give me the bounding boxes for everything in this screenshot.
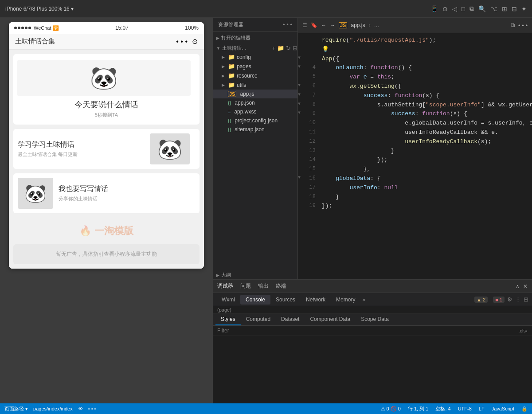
wechat-label: WeChat 🛜 bbox=[34, 25, 59, 31]
devtools-tab-sources[interactable]: Sources bbox=[270, 295, 301, 305]
forward-icon[interactable]: → bbox=[330, 22, 335, 28]
devtools-menu-debugger[interactable]: 调试器 bbox=[217, 282, 233, 290]
line-num-4: 4 bbox=[304, 63, 322, 72]
devtools-subtab-componentdata[interactable]: Component Data bbox=[305, 314, 356, 325]
line-content-5: var e = this; bbox=[322, 73, 532, 82]
devtools-tab-wxml[interactable]: Wxml bbox=[216, 295, 240, 305]
devtools-tab-console[interactable]: Console bbox=[240, 295, 270, 305]
explorer-header-icons[interactable]: • • • bbox=[283, 21, 292, 28]
phone-status-bar: WeChat 🛜 15:07 100% bbox=[9, 22, 204, 34]
devtools-options-icon[interactable]: ⋮ bbox=[515, 296, 521, 303]
phone-icon[interactable]: 📱 bbox=[430, 5, 438, 12]
status-spaces[interactable]: 空格: 4 bbox=[435, 406, 450, 412]
filter-cls-button[interactable]: .cls bbox=[519, 328, 526, 333]
line-content-11: userInfoReadyCallback && e. bbox=[322, 128, 532, 137]
add-folder-icon[interactable]: 📁 bbox=[277, 45, 284, 51]
card3-sub: 分享你的土味情话 bbox=[59, 195, 195, 202]
collapse-all-icon[interactable]: ⊟ bbox=[293, 45, 297, 51]
devtools-subtab-dataset[interactable]: Dataset bbox=[276, 314, 305, 325]
devtools-more-tabs[interactable]: » bbox=[362, 297, 365, 303]
devtools-sub-tabs: Styles Computed Dataset Component Data S… bbox=[213, 314, 532, 326]
projectconfig-icon: {} bbox=[228, 118, 231, 123]
devtools-dock-icon[interactable]: ⊟ bbox=[524, 296, 528, 303]
more-icon[interactable]: • • • bbox=[518, 22, 528, 29]
filter-right-arrow: › bbox=[526, 328, 528, 334]
breadcrumb-dots: … bbox=[374, 22, 379, 28]
devtools-settings-icon[interactable]: ⚙ bbox=[507, 296, 512, 303]
code-line-19: 19 }); bbox=[298, 202, 532, 211]
status-ellipsis[interactable]: • • • bbox=[88, 406, 96, 411]
resource-arrow: ▶ bbox=[222, 74, 226, 78]
appjs-icon: JS bbox=[228, 91, 236, 97]
line-arrow-9: ▼ bbox=[298, 109, 304, 117]
split-icon[interactable]: ⧉ bbox=[511, 22, 515, 29]
file-explorer: 资源管理器 • • • ▶ 打开的编辑器 ▼ 土味情话… + 📁 ↻ ⊟ bbox=[213, 18, 298, 279]
config-folder-icon: 📁 bbox=[228, 54, 235, 60]
hamburger-icon[interactable]: ☰ bbox=[302, 22, 307, 28]
utils-arrow: ▶ bbox=[222, 83, 226, 87]
bookmark-icon[interactable]: 🔖 bbox=[311, 22, 317, 28]
code-line-16: ▼ 16 globalData: { bbox=[298, 174, 532, 184]
page-path-value: pages/index/index bbox=[33, 406, 73, 411]
ad-text: 暂无广告，具体指引查看小程序流量主功能 bbox=[56, 251, 157, 257]
pages-label: pages bbox=[237, 63, 251, 70]
code-line-4: ▼ 4 onLaunch: function() { bbox=[298, 63, 532, 73]
devtools-subtab-computed[interactable]: Computed bbox=[241, 314, 276, 325]
line-num-5: 5 bbox=[304, 73, 322, 81]
project-section[interactable]: ▼ 土味情话… + 📁 ↻ ⊟ bbox=[213, 42, 297, 52]
tree-file-appjson[interactable]: {} app.json bbox=[213, 98, 297, 107]
square-icon[interactable]: □ bbox=[462, 5, 465, 12]
tree-folder-resource[interactable]: ▶ 📁 resource bbox=[213, 71, 297, 80]
device-selector[interactable]: iPhone 6/7/8 Plus 100% 16 ▾ bbox=[5, 6, 74, 12]
devtools-tab-network[interactable]: Network bbox=[301, 295, 331, 305]
refresh-icon[interactable]: ↻ bbox=[286, 45, 291, 51]
tree-folder-pages[interactable]: ▶ 📁 pages bbox=[213, 62, 297, 71]
devtools-menu-output[interactable]: 输出 bbox=[258, 282, 269, 290]
card2-title: 学习学习土味情话 bbox=[18, 140, 150, 149]
devtools-filter-input[interactable] bbox=[217, 328, 519, 334]
devtools-menu-terminal[interactable]: 终端 bbox=[276, 282, 286, 290]
editor-nav-icons: ☰ 🔖 ← → JS app.js › … bbox=[302, 22, 379, 28]
toolbar-icons: 📱 ⊙ ◁ □ ⧉ 🔍 ⌥ ⊞ ⊟ ✦ bbox=[430, 5, 527, 12]
status-encoding[interactable]: UTF-8 bbox=[458, 406, 472, 411]
ellipsis-icon[interactable]: • • • bbox=[283, 21, 292, 28]
code-line-15: 15 }, bbox=[298, 165, 532, 174]
copy-icon[interactable]: ⧉ bbox=[469, 5, 474, 12]
star-icon[interactable]: ✦ bbox=[521, 5, 527, 12]
grid-icon[interactable]: ⊞ bbox=[502, 5, 507, 12]
add-file-icon[interactable]: + bbox=[272, 45, 275, 51]
tree-folder-config[interactable]: ▶ 📁 config bbox=[213, 52, 297, 62]
git-icon[interactable]: ⌥ bbox=[490, 5, 497, 12]
eye-icon[interactable]: 👁 bbox=[78, 406, 83, 411]
status-language[interactable]: JavaScript bbox=[492, 406, 514, 411]
grid2-icon[interactable]: ⊟ bbox=[512, 5, 517, 12]
page-path-label[interactable]: 页面路径 ▾ bbox=[4, 406, 28, 412]
back-icon[interactable]: ← bbox=[321, 22, 326, 28]
devtools-tab-memory[interactable]: Memory bbox=[331, 295, 360, 305]
collapse-icon[interactable]: ∧ bbox=[516, 283, 520, 289]
devtools-subtab-scopedata[interactable]: Scope Data bbox=[356, 314, 394, 325]
panda-icon-2: 🐼 bbox=[157, 137, 182, 161]
config-label: config bbox=[237, 54, 251, 60]
search-icon[interactable]: 🔍 bbox=[478, 5, 486, 12]
line-num-15: 15 bbox=[304, 165, 322, 173]
open-editors-section[interactable]: ▶ 打开的编辑器 bbox=[213, 32, 297, 42]
circle-icon[interactable]: ⊙ bbox=[442, 5, 448, 12]
line-num-19: 19 bbox=[304, 202, 322, 210]
devtools-close-icon[interactable]: ✕ bbox=[523, 283, 528, 289]
line-num-9: 9 bbox=[304, 109, 322, 118]
status-position[interactable]: 行 1, 列 1 bbox=[408, 406, 428, 412]
status-eol[interactable]: LF bbox=[479, 406, 485, 411]
tree-file-projectconfig[interactable]: {} project.config.json bbox=[213, 116, 297, 125]
devtools-subtab-styles[interactable]: Styles bbox=[215, 314, 241, 325]
tree-file-sitemap[interactable]: {} sitemap.json bbox=[213, 125, 297, 134]
dot4 bbox=[25, 27, 27, 29]
line-arrow-8: ▼ bbox=[298, 101, 304, 108]
devtools-menu-problems[interactable]: 问题 bbox=[240, 282, 251, 290]
tree-file-appwxss[interactable]: ≡ app.wxss bbox=[213, 107, 297, 116]
line-num-11: 11 bbox=[304, 128, 322, 137]
tree-folder-utils[interactable]: ▶ 📁 utils bbox=[213, 80, 297, 90]
tree-file-appjs[interactable]: JS app.js bbox=[213, 90, 297, 98]
arrow-icon[interactable]: ◁ bbox=[452, 5, 457, 12]
outline-section[interactable]: ▶ 大纲 bbox=[213, 269, 297, 279]
